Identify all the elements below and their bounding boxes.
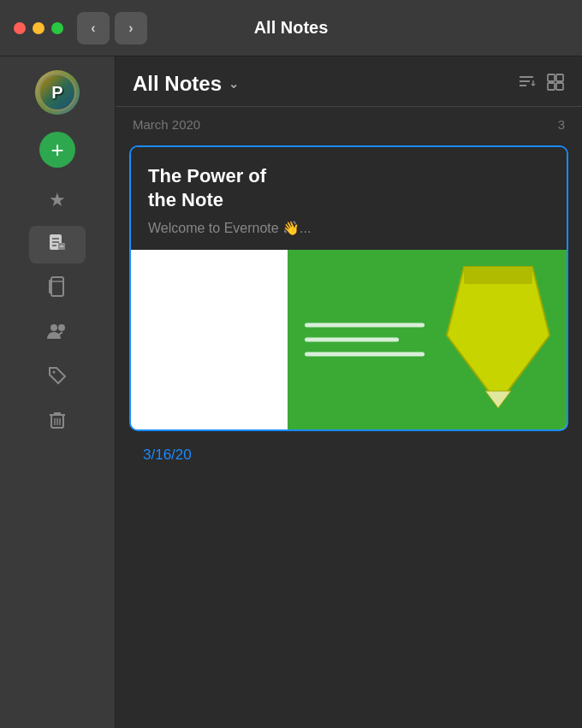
content-header: All Notes ⌄ xyxy=(116,56,582,106)
sidebar-item-favorites[interactable]: ★ xyxy=(29,181,86,219)
chevron-down-icon: ⌄ xyxy=(229,77,239,91)
note-preview: Welcome to Evernote 👋... xyxy=(148,220,549,236)
avatar-letter: P xyxy=(39,74,76,111)
back-button[interactable]: ‹ xyxy=(77,12,110,44)
sidebar-item-notes[interactable] xyxy=(29,226,86,263)
tag-icon xyxy=(48,366,67,390)
note-image-green xyxy=(288,250,567,429)
note-card-image xyxy=(131,250,567,429)
section-count: 3 xyxy=(558,117,565,132)
svg-marker-25 xyxy=(485,391,511,408)
titlebar: ‹ › All Notes xyxy=(0,0,582,56)
maximize-button[interactable] xyxy=(51,22,63,34)
line-bar-1 xyxy=(305,323,425,328)
pencil-icon xyxy=(438,258,558,412)
add-icon: + xyxy=(50,137,63,163)
note-title: The Power ofthe Note xyxy=(148,164,549,211)
content-title-label: All Notes xyxy=(133,72,222,96)
minimize-button[interactable] xyxy=(33,22,45,34)
svg-point-10 xyxy=(58,324,65,331)
sidebar-item-shared[interactable] xyxy=(29,315,86,352)
forward-icon: › xyxy=(128,21,133,36)
traffic-lights xyxy=(14,22,63,34)
svg-marker-24 xyxy=(447,267,549,404)
header-divider xyxy=(116,106,582,107)
notes-list: The Power ofthe Note Welcome to Evernote… xyxy=(116,139,582,474)
line-bar-3 xyxy=(305,352,425,357)
back-icon: ‹ xyxy=(91,21,95,36)
note-image-white xyxy=(131,250,288,429)
svg-rect-8 xyxy=(49,280,52,293)
section-label: March 2020 xyxy=(133,117,200,132)
sidebar: P + ★ xyxy=(0,56,116,728)
content-area: All Notes ⌄ xyxy=(116,56,582,728)
notebook-icon xyxy=(48,276,67,302)
svg-point-11 xyxy=(53,371,56,374)
add-button[interactable]: + xyxy=(39,132,75,168)
sidebar-item-trash[interactable] xyxy=(29,404,86,441)
trash-icon xyxy=(49,411,66,435)
sidebar-item-tags[interactable] xyxy=(29,359,86,397)
note-card-top: The Power ofthe Note Welcome to Evernote… xyxy=(131,147,567,250)
forward-button[interactable]: › xyxy=(115,12,147,44)
lines-container xyxy=(305,323,425,357)
header-actions xyxy=(517,73,565,96)
line-bar-2 xyxy=(305,338,399,342)
sidebar-item-notebooks[interactable] xyxy=(29,270,86,308)
section-header: March 2020 3 xyxy=(116,110,582,139)
svg-rect-20 xyxy=(548,74,555,81)
main-layout: P + ★ xyxy=(0,56,582,728)
note-card[interactable]: The Power ofthe Note Welcome to Evernote… xyxy=(129,145,568,431)
notes-icon xyxy=(47,232,68,257)
note-date: 3/16/20 xyxy=(129,440,568,467)
window-title: All Notes xyxy=(254,18,329,38)
star-icon: ★ xyxy=(49,189,66,211)
svg-rect-23 xyxy=(556,83,563,90)
layout-button[interactable] xyxy=(546,73,565,96)
svg-point-9 xyxy=(50,324,57,331)
svg-rect-6 xyxy=(51,277,63,296)
nav-buttons: ‹ › xyxy=(77,12,147,44)
svg-rect-26 xyxy=(464,267,532,284)
avatar[interactable]: P xyxy=(35,70,80,115)
content-title-button[interactable]: All Notes ⌄ xyxy=(133,72,239,96)
people-icon xyxy=(46,323,68,345)
close-button[interactable] xyxy=(14,22,26,34)
sort-button[interactable] xyxy=(517,73,536,96)
svg-rect-22 xyxy=(548,83,555,90)
svg-rect-21 xyxy=(556,74,563,81)
